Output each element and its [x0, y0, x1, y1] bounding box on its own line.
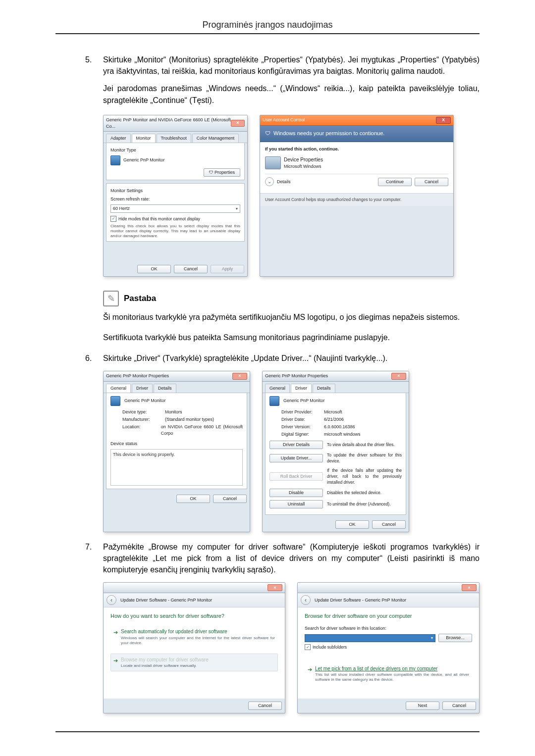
- uac-title: User Account Control: [263, 117, 305, 123]
- step-5-followup: Jei parodomas pranešimas „Windows needs.…: [103, 83, 480, 105]
- footer-rule: [55, 731, 480, 732]
- search-location-label: Search for driver software in this locat…: [305, 625, 472, 632]
- tab-adapter[interactable]: Adapter: [106, 134, 131, 143]
- back-icon[interactable]: ‹: [107, 595, 116, 605]
- hide-modes-checkbox[interactable]: ✓: [110, 216, 116, 222]
- driver-details-button[interactable]: Driver Details: [269, 441, 323, 449]
- tab-color-management[interactable]: Color Management: [192, 134, 239, 143]
- loc-k: Location:: [122, 424, 158, 437]
- cancel-button[interactable]: Cancel: [248, 702, 282, 710]
- tab-driver[interactable]: Driver: [132, 384, 153, 393]
- disable-desc: Disables the selected device.: [327, 490, 402, 496]
- update-driver-button[interactable]: Update Driver...: [269, 454, 323, 462]
- close-icon[interactable]: ×: [231, 120, 245, 127]
- prov-v: Microsoft: [324, 409, 342, 415]
- figure-row-3: × ‹ Update Driver Software - Generic PnP…: [103, 582, 480, 713]
- tab-general[interactable]: General: [265, 384, 290, 393]
- tab-troubleshoot[interactable]: Troubleshoot: [157, 134, 191, 143]
- browse-button[interactable]: Browse...: [438, 634, 472, 642]
- sign-k: Digital Signer:: [281, 431, 321, 438]
- tab-driver[interactable]: Driver: [291, 384, 312, 393]
- device-properties-general: Generic PnP Monitor Properties × General…: [103, 371, 250, 532]
- cancel-button[interactable]: Cancel: [372, 520, 406, 529]
- cancel-button[interactable]: Cancel: [174, 265, 208, 273]
- monitor-window-titlebar: Generic PnP Monitor and NVIDIA GeForce 6…: [104, 115, 247, 132]
- include-subfolders-checkbox[interactable]: ✓: [305, 644, 311, 650]
- update-driver-wizard-search: × ‹ Update Driver Software - Generic PnP…: [103, 582, 285, 713]
- uac-ifyou: If you started this action, continue.: [265, 146, 448, 152]
- close-icon[interactable]: ×: [232, 373, 247, 380]
- hide-modes-checkbox-row: ✓ Hide modes that this monitor cannot di…: [110, 216, 240, 222]
- monitor-type-panel: Monitor Type Generic PnP Monitor Propert…: [106, 143, 245, 180]
- cancel-button[interactable]: Cancel: [415, 178, 448, 186]
- devtype-v: Monitors: [165, 409, 182, 415]
- rollback-driver-button[interactable]: Roll Back Driver: [269, 472, 323, 481]
- drv-name: Generic PnP Monitor: [283, 398, 324, 404]
- wizard-heading: Browse for driver software on your compu…: [305, 612, 472, 620]
- device-properties-icon: [265, 156, 281, 169]
- step-7-text: Pažymėkite „Browse my computer for drive…: [103, 541, 480, 576]
- ver-v: 6.0.6000.16386: [324, 424, 355, 430]
- wizard-breadcrumb: Update Driver Software - Generic PnP Mon…: [315, 597, 406, 604]
- properties-button[interactable]: Properties: [204, 168, 240, 177]
- step-5-number: 5.: [85, 54, 103, 77]
- step-5-text: Skirtuke „Monitor“ (Monitorius) spragtel…: [103, 54, 480, 77]
- option-let-me-pick[interactable]: ➔ Let me pick from a list of device driv…: [305, 662, 472, 686]
- figure-row-2: Generic PnP Monitor Properties × General…: [103, 371, 480, 532]
- cancel-button[interactable]: Cancel: [442, 702, 476, 710]
- apply-button[interactable]: Apply: [211, 265, 244, 273]
- continue-button[interactable]: Continue: [378, 178, 412, 186]
- wizard-heading: How do you want to search for driver sof…: [110, 612, 278, 620]
- tab-details[interactable]: Details: [313, 384, 335, 393]
- devprop-titlebar: Generic PnP Monitor Properties ×: [263, 371, 409, 382]
- close-icon[interactable]: X: [436, 117, 451, 124]
- uninstall-button[interactable]: Uninstall: [269, 500, 323, 508]
- ok-button[interactable]: OK: [335, 520, 369, 529]
- option-browse-computer[interactable]: ➔ Browse my computer for driver software…: [110, 654, 278, 672]
- manuf-v: (Standard monitor types): [165, 416, 214, 423]
- arrow-right-icon: ➔: [113, 629, 118, 637]
- date-v: 6/21/2006: [324, 416, 344, 423]
- close-icon[interactable]: ×: [391, 373, 406, 380]
- uac-window: User Account Control X 🛡Windows needs yo…: [260, 115, 454, 277]
- location-combobox[interactable]: ▾: [305, 634, 435, 642]
- refresh-rate-value: 60 Hertz: [113, 205, 130, 212]
- step-6-number: 6.: [85, 353, 103, 364]
- ok-button[interactable]: OK: [176, 495, 210, 503]
- disable-button[interactable]: Disable: [269, 489, 323, 497]
- back-icon[interactable]: ‹: [301, 595, 311, 605]
- chevron-down-icon: ▾: [431, 635, 433, 641]
- pastaba-p1: Ši monitoriaus tvarkyklė yra pažymėta se…: [103, 311, 480, 323]
- include-subfolders-label: Include subfolders: [313, 644, 347, 650]
- next-button[interactable]: Next: [406, 702, 439, 710]
- monitor-settings-label: Monitor Settings: [110, 188, 240, 194]
- update-driver-desc: To update the driver software for this d…: [327, 452, 402, 464]
- hide-modes-label: Hide modes that this monitor cannot disp…: [118, 216, 200, 222]
- close-icon[interactable]: ×: [268, 584, 282, 591]
- ok-button[interactable]: OK: [137, 265, 171, 273]
- step-6: 6. Skirtuke „Driver“ (Tvarkyklė) spragte…: [85, 353, 480, 364]
- tab-general[interactable]: General: [106, 384, 131, 393]
- pastaba-heading: ✎ Pastaba: [103, 291, 480, 306]
- figure-row-1: Generic PnP Monitor and NVIDIA GeForce 6…: [103, 115, 480, 277]
- uac-stripe: 🛡Windows needs your permission to contio…: [260, 126, 453, 142]
- monitor-icon: [269, 396, 279, 406]
- chevron-down-icon[interactable]: ⌄: [265, 177, 274, 186]
- option-search-auto[interactable]: ➔ Search automatically for updated drive…: [110, 625, 278, 649]
- rollback-driver-desc: If the device fails after updating the d…: [327, 467, 402, 486]
- step-7-number: 7.: [85, 541, 103, 576]
- cancel-button[interactable]: Cancel: [213, 495, 247, 503]
- uac-footer: User Account Control helps stop unauthor…: [260, 193, 453, 205]
- monitor-type-label: Monitor Type: [110, 147, 240, 153]
- arrow-right-icon: ➔: [308, 666, 312, 674]
- tab-monitor[interactable]: Monitor: [132, 134, 156, 143]
- opt1-sub: Windows will search your computer and th…: [121, 636, 275, 646]
- pick-title: Let me pick from a list of device driver…: [315, 665, 469, 673]
- monitor-icon: [110, 396, 120, 406]
- uac-details-label: Details: [277, 179, 291, 185]
- refresh-rate-select[interactable]: 60 Hertz ▾: [110, 204, 240, 213]
- tab-details[interactable]: Details: [154, 384, 176, 393]
- step-5: 5. Skirtuke „Monitor“ (Monitorius) sprag…: [85, 54, 480, 77]
- opt2-title: Browse my computer for driver software: [121, 656, 209, 664]
- close-icon[interactable]: ×: [462, 584, 477, 591]
